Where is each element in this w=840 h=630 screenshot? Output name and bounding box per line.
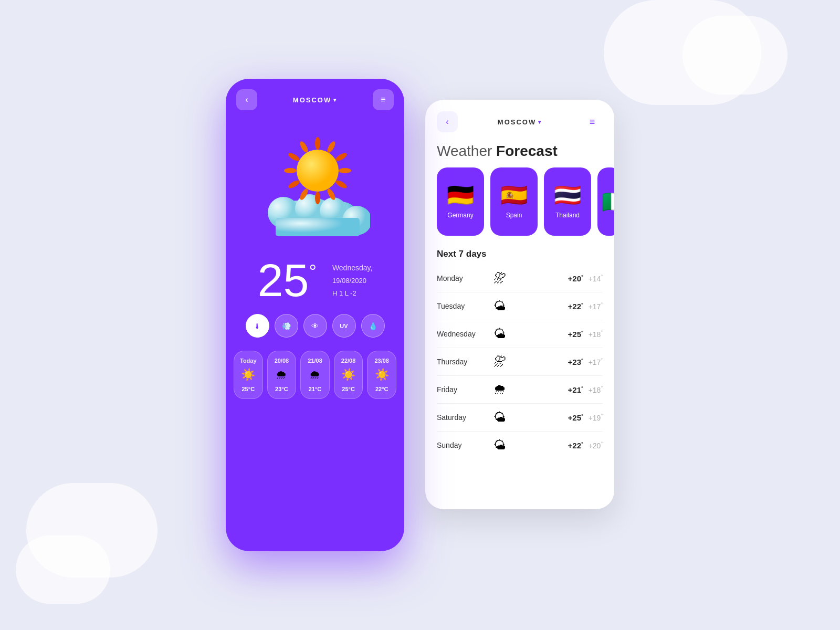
svg-point-12 <box>297 150 339 192</box>
high-tuesday: +22° <box>568 302 583 311</box>
left-menu-icon: ≡ <box>381 95 385 104</box>
forecast-22: 22/08 ☀️ 25°C <box>334 351 363 399</box>
forecast-title: Weather Forecast <box>425 140 614 167</box>
high-saturday: +25° <box>568 413 583 422</box>
weather-controls: 🌡 💨 👁 UV 💧 <box>226 303 404 348</box>
temps-wednesday: +25° +18° <box>568 330 603 339</box>
day-icon-today: ☀️ <box>241 368 255 382</box>
spain-flag: 🇪🇸 <box>500 184 528 206</box>
day-icon-20: 🌧 <box>276 368 287 382</box>
country-card-partial-italy[interactable]: 🇮🇹 <box>597 167 614 236</box>
icon-monday: ⛈ <box>489 271 510 286</box>
main-container: ‹ MOSCOW ≡ <box>226 79 614 551</box>
day-label-today: Today <box>240 358 257 364</box>
low-thursday: +17° <box>589 358 603 366</box>
forecast-23: 23/08 ☀️ 22°C <box>367 351 396 399</box>
low-wednesday: +18° <box>589 330 603 339</box>
left-phone: ‹ MOSCOW ≡ <box>226 79 404 551</box>
icon-saturday: 🌤 <box>489 410 510 425</box>
germany-name: Germany <box>447 212 473 219</box>
right-header: ‹ MOSCOW ≡ <box>425 100 614 140</box>
svg-point-11 <box>299 140 310 154</box>
country-card-spain[interactable]: 🇪🇸 Spain <box>490 167 538 236</box>
italy-flag-partial: 🇮🇹 <box>602 189 614 215</box>
forecast-title-bold: Forecast <box>496 143 558 159</box>
sun-icon <box>284 136 352 205</box>
day-saturday: Saturday <box>437 413 489 422</box>
day-temp-today: 25°C <box>242 386 255 392</box>
day-thursday: Thursday <box>437 358 489 366</box>
day-label-23: 23/08 <box>374 358 389 364</box>
bg-cloud-bottom-left-2 <box>16 536 110 604</box>
day-wednesday: Wednesday <box>437 330 489 338</box>
ctrl-thermometer[interactable]: 🌡 <box>246 314 269 338</box>
left-back-button[interactable]: ‹ <box>236 89 257 110</box>
day-label-22: 22/08 <box>341 358 356 364</box>
low-tuesday: +17° <box>589 302 603 311</box>
spain-name: Spain <box>506 212 522 219</box>
degree-symbol: ° <box>309 262 316 281</box>
svg-point-8 <box>287 179 301 190</box>
svg-point-4 <box>334 179 348 190</box>
svg-point-1 <box>326 140 337 154</box>
right-back-button[interactable]: ‹ <box>437 111 458 132</box>
forecast-list: Monday ⛈ +20° +14° Tuesday 🌤 +22° +17° W… <box>425 265 614 459</box>
left-phone-header: ‹ MOSCOW ≡ <box>226 79 404 116</box>
thailand-flag: 🇹🇭 <box>554 184 581 206</box>
country-card-thailand[interactable]: 🇹🇭 Thailand <box>544 167 591 236</box>
day-friday: Friday <box>437 385 489 394</box>
svg-rect-20 <box>276 218 360 236</box>
temps-monday: +20° +14° <box>568 274 603 283</box>
country-card-germany[interactable]: 🇩🇪 Germany <box>437 167 484 236</box>
low-sunday: +20° <box>589 441 603 450</box>
right-city-label[interactable]: MOSCOW <box>498 118 542 126</box>
forecast-row-wednesday: Wednesday 🌤 +25° +18° <box>437 320 603 348</box>
temps-sunday: +22° +20° <box>568 441 603 450</box>
high-wednesday: +25° <box>568 330 583 339</box>
right-menu-icon: ≡ <box>590 117 595 128</box>
day-label-21: 21/08 <box>308 358 322 364</box>
weather-illustration <box>226 116 404 252</box>
temp-info: Wednesday, 19/08/2020 H 1 L -2 <box>332 261 373 299</box>
forecast-row-sunday: Sunday 🌤 +22° +20° <box>437 432 603 459</box>
forecast-row-saturday: Saturday 🌤 +25° +19° <box>437 404 603 432</box>
high-thursday: +23° <box>568 358 583 366</box>
temps-thursday: +23° +17° <box>568 358 603 366</box>
temps-tuesday: +22° +17° <box>568 302 603 311</box>
icon-wednesday: 🌤 <box>489 327 510 341</box>
forecast-row-thursday: Thursday ⛈ +23° +17° <box>437 348 603 376</box>
next-7-title: Next 7 days <box>425 246 614 265</box>
day-forecast: Today ☀️ 25°C 20/08 🌧 23°C 21/08 🌧 21°C … <box>226 351 404 399</box>
ctrl-visibility[interactable]: 👁 <box>303 314 327 338</box>
svg-point-5 <box>326 187 337 201</box>
day-monday: Monday <box>437 274 489 282</box>
low-monday: +14° <box>589 274 603 283</box>
forecast-today: Today ☀️ 25°C <box>234 351 263 399</box>
left-menu-button[interactable]: ≡ <box>373 89 394 110</box>
day-label-20: 20/08 <box>275 358 289 364</box>
ctrl-humidity[interactable]: 💧 <box>361 314 385 338</box>
country-cards: 🇩🇪 Germany 🇪🇸 Spain 🇹🇭 Thailand 🇮🇹 <box>425 167 614 246</box>
svg-point-3 <box>339 168 351 173</box>
date-line1: Wednesday, <box>332 261 373 275</box>
right-menu-button[interactable]: ≡ <box>582 111 603 132</box>
hi-lo: H 1 L -2 <box>332 287 373 299</box>
icon-thursday: ⛈ <box>489 354 510 369</box>
temperature-value: 25° <box>258 257 317 303</box>
temps-saturday: +25° +19° <box>568 413 603 422</box>
svg-point-6 <box>315 192 320 204</box>
ctrl-wind[interactable]: 💨 <box>275 314 298 338</box>
sun-cloud-icon <box>257 131 373 236</box>
forecast-20: 20/08 🌧 23°C <box>267 351 297 399</box>
bg-cloud-top-right-2 <box>682 16 788 94</box>
left-city-label[interactable]: MOSCOW <box>293 96 337 104</box>
temperature-display: 25° Wednesday, 19/08/2020 H 1 L -2 <box>226 257 404 303</box>
low-friday: +18° <box>589 385 603 394</box>
day-temp-21: 21°C <box>309 386 322 392</box>
high-monday: +20° <box>568 274 583 283</box>
ctrl-uv[interactable]: UV <box>332 314 356 338</box>
right-back-icon: ‹ <box>446 117 448 127</box>
high-sunday: +22° <box>568 441 583 450</box>
svg-point-10 <box>287 152 301 163</box>
sun-rays-svg <box>284 136 352 205</box>
